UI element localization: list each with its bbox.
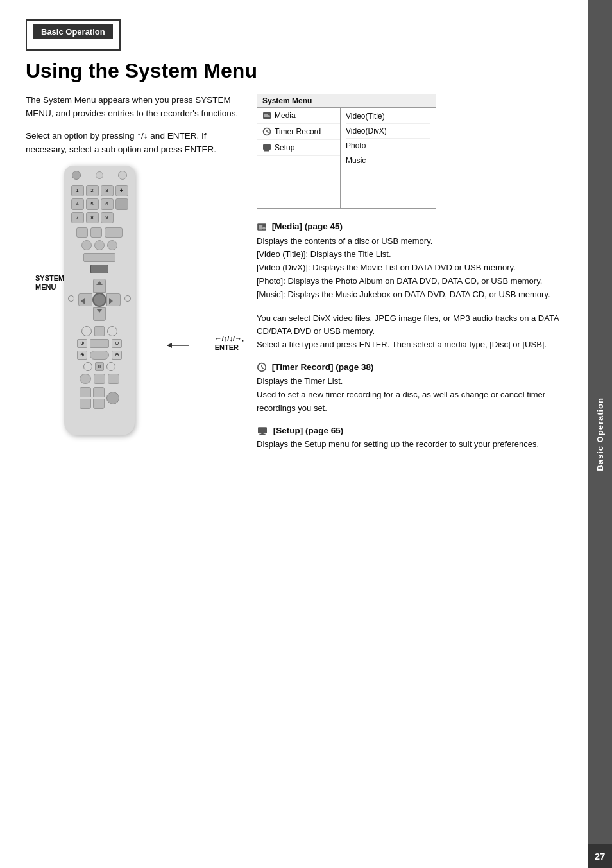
remote-btn-4[interactable]: 4	[71, 198, 84, 210]
remote-numpad: 1 2 3 + 4 5 6 7 8 9	[71, 185, 128, 223]
system-menu-header: System Menu	[257, 94, 436, 108]
remote-circle-small-2[interactable]	[107, 326, 117, 336]
remote-small-btn-b[interactable]	[90, 227, 102, 238]
transport-btn-2[interactable]	[90, 339, 109, 348]
media-desc-text: Displays the contents of a disc or USB m…	[257, 235, 568, 302]
transport-btn-1[interactable]: ⊕	[77, 339, 87, 348]
left-column: The System Menu appears when you press S…	[26, 94, 244, 462]
remote-circle-c[interactable]	[107, 240, 117, 250]
svg-rect-12	[266, 150, 268, 151]
remote-sensor	[96, 171, 103, 179]
dpad-right[interactable]	[106, 293, 121, 306]
svg-rect-14	[259, 225, 262, 229]
remote-illustration: SYSTEM MENU ←/↑/↓/→, ENTER	[26, 166, 244, 435]
submenu-video-title: Video(Title)	[346, 109, 430, 124]
remote-vol-up[interactable]	[80, 387, 91, 397]
menu-item-media[interactable]: Media	[257, 108, 340, 124]
dpad-down[interactable]	[93, 307, 106, 321]
svg-point-15	[262, 226, 266, 229]
remote-circle-a[interactable]	[81, 240, 92, 250]
page-title: Using the System Menu	[26, 60, 568, 82]
remote-btn-m2[interactable]	[90, 351, 109, 360]
remote-btn-1[interactable]: 1	[71, 185, 84, 196]
transport-btn-3[interactable]: ⊕	[112, 339, 122, 348]
media-description: [Media] (page 45) Displays the contents …	[257, 221, 568, 352]
timer-desc-title: [Timer Record] (page 38)	[257, 362, 568, 372]
setup-desc-icon	[257, 426, 268, 435]
remote-btn-m1[interactable]: ⊕	[77, 351, 87, 360]
menu-item-timer[interactable]: Timer Record	[257, 124, 340, 140]
remote-top-area	[68, 171, 131, 180]
remote-system-btn-row	[90, 265, 108, 273]
setup-description: [Setup] (page 65) Displays the Setup men…	[257, 426, 568, 451]
remote-btn-5[interactable]: 5	[86, 198, 99, 210]
remote-btn-8[interactable]: 8	[86, 212, 99, 223]
remote-small-btn-a[interactable]	[76, 227, 88, 238]
remote-vol-group	[80, 387, 91, 409]
submenu-photo: Photo	[346, 139, 430, 153]
remote-dpad[interactable]	[77, 277, 122, 322]
remote-footer-1[interactable]	[80, 374, 91, 384]
two-column-layout: The System Menu appears when you press S…	[26, 94, 568, 462]
remote-ch-down[interactable]	[93, 399, 105, 409]
media-desc-icon	[257, 222, 267, 232]
svg-point-6	[268, 115, 270, 117]
timer-description: [Timer Record] (page 38) Displays the Ti…	[257, 362, 568, 415]
remote-footer-2[interactable]	[94, 374, 105, 384]
dpad-center[interactable]	[92, 293, 106, 307]
remote-btn-x1[interactable]	[94, 326, 105, 336]
setup-desc-text: Displays the Setup menu for setting up t…	[257, 438, 568, 451]
remote-wide-btn[interactable]	[105, 227, 123, 238]
remote-ch-up[interactable]	[93, 387, 105, 397]
remote-btn-plus[interactable]: +	[115, 185, 128, 196]
media-desc-text-2: You can select DivX video files, JPEG im…	[257, 312, 568, 352]
remote-footer-row	[80, 374, 119, 384]
remote-circle-small-1[interactable]	[81, 326, 92, 336]
remote-system-menu-btn[interactable]	[90, 265, 108, 273]
remote-middle-row: ⊕ ⊕	[77, 351, 122, 360]
submenu-empty-space	[346, 168, 430, 207]
section-badge: Basic Operation	[33, 24, 113, 39]
remote-btn-3[interactable]: 3	[101, 185, 114, 196]
remote-btn-2[interactable]: 2	[86, 185, 99, 196]
remote-btn-7[interactable]: 7	[71, 212, 84, 223]
setup-icon	[262, 144, 271, 152]
svg-rect-10	[263, 144, 271, 150]
remote-btn-9[interactable]: 9	[101, 212, 114, 223]
remote-vol-down[interactable]	[80, 399, 91, 409]
remote-btn-rect1[interactable]	[115, 198, 128, 210]
remote-square-row	[83, 253, 115, 262]
remote-btn-m3[interactable]: ⊕	[112, 351, 122, 360]
remote-circle-3[interactable]	[83, 362, 92, 371]
remote-arrows-svg	[26, 166, 244, 474]
remote-circle-4[interactable]	[106, 362, 115, 371]
remote-ch-group	[93, 387, 105, 409]
remote-small-row-2: II	[83, 362, 115, 371]
remote-footer-3[interactable]	[108, 374, 119, 384]
submenu-video-divx: Video(DivX)	[346, 124, 430, 139]
remote-pause-btn[interactable]: II	[95, 362, 104, 371]
timer-desc-icon	[257, 362, 267, 372]
remote-body: 1 2 3 + 4 5 6 7 8 9	[64, 166, 135, 435]
remote-power-btn-bottom[interactable]	[106, 392, 119, 404]
main-content: Basic Operation Using the System Menu Th…	[0, 0, 588, 868]
dpad-up[interactable]	[93, 279, 106, 293]
media-icon	[262, 111, 271, 120]
system-menu-body: Media Timer Record	[257, 108, 436, 208]
remote-btn-6[interactable]: 6	[101, 198, 114, 210]
dpad-left[interactable]	[78, 293, 92, 306]
menu-submenu-col: Video(Title) Video(DivX) Photo Music	[341, 108, 436, 208]
svg-rect-19	[258, 427, 267, 433]
intro-paragraph-2: Select an option by pressing ↑/↓ and ENT…	[26, 130, 244, 157]
remote-long-btn[interactable]	[83, 253, 115, 262]
remote-circle-b[interactable]	[94, 240, 105, 250]
svg-rect-5	[264, 114, 268, 117]
remote-below-dpad-row	[81, 326, 117, 336]
svg-line-9	[267, 132, 269, 133]
remote-top-btn[interactable]	[118, 171, 127, 180]
menu-items-col: Media Timer Record	[257, 108, 341, 208]
menu-item-setup[interactable]: Setup	[257, 140, 340, 156]
remote-small-row-1	[76, 227, 123, 238]
media-desc-title: [Media] (page 45)	[257, 221, 568, 232]
svg-line-18	[262, 367, 264, 369]
